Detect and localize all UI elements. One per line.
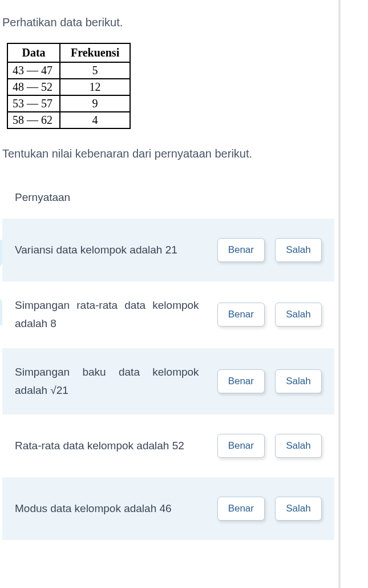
statements-container: Pernyataan Variansi data kelompok adalah…: [2, 176, 334, 540]
false-button[interactable]: Salah: [275, 497, 322, 521]
button-group: Benar Salah: [217, 369, 322, 393]
table-row: 53 — 57 9: [7, 95, 130, 112]
vertical-divider: [338, 0, 341, 588]
statements-header: Pernyataan: [2, 176, 334, 219]
true-button[interactable]: Benar: [217, 434, 265, 458]
content-area: Perhatikan data berikut. Data Frekuensi …: [0, 0, 337, 540]
cell-range: 48 — 52: [7, 79, 60, 95]
data-table: Data Frekuensi 43 — 47 5 48 — 52 12 53 —…: [7, 43, 131, 129]
statement-row: Simpangan baku data kelompok adalah √21 …: [2, 348, 334, 415]
button-group: Benar Salah: [217, 238, 322, 262]
statement-text: Rata-rata data kelompok adalah 52: [15, 437, 211, 455]
statement-row: Modus data kelompok adalah 46 Benar Sala…: [2, 477, 334, 540]
statement-text: Simpangan baku data kelompok adalah √21: [15, 363, 211, 400]
table-header-data: Data: [7, 43, 60, 62]
button-group: Benar Salah: [217, 497, 322, 521]
button-group: Benar Salah: [217, 303, 322, 327]
false-button[interactable]: Salah: [275, 369, 322, 393]
table-row: 48 — 52 12: [7, 79, 130, 95]
cell-range: 58 — 62: [7, 112, 60, 128]
statement-row: Variansi data kelompok adalah 21 Benar S…: [2, 219, 334, 281]
true-button[interactable]: Benar: [217, 369, 265, 393]
cell-range: 53 — 57: [7, 95, 60, 112]
instruction-text: Tentukan nilai kebenaran dari pernyataan…: [0, 145, 337, 176]
cell-range: 43 — 47: [7, 62, 60, 79]
button-group: Benar Salah: [217, 434, 322, 458]
false-button[interactable]: Salah: [275, 434, 322, 458]
statement-row: Rata-rata data kelompok adalah 52 Benar …: [2, 414, 334, 477]
false-button[interactable]: Salah: [275, 238, 322, 262]
table-row: 43 — 47 5: [7, 62, 130, 79]
intro-text: Perhatikan data berikut.: [0, 0, 337, 43]
table-header-freq: Frekuensi: [60, 43, 130, 62]
cell-freq: 9: [60, 95, 130, 112]
statement-row: Simpangan rata-rata data kelompok adalah…: [2, 281, 334, 348]
statement-text: Variansi data kelompok adalah 21: [15, 241, 211, 259]
true-button[interactable]: Benar: [217, 303, 265, 327]
statement-text: Modus data kelompok adalah 46: [15, 500, 211, 518]
statement-text: Simpangan rata-rata data kelompok adalah…: [15, 296, 211, 333]
true-button[interactable]: Benar: [217, 497, 265, 521]
cell-freq: 12: [60, 79, 130, 95]
table-row: 58 — 62 4: [7, 112, 130, 128]
true-button[interactable]: Benar: [217, 238, 265, 262]
cell-freq: 4: [60, 112, 130, 128]
false-button[interactable]: Salah: [275, 303, 322, 327]
cell-freq: 5: [60, 62, 130, 79]
